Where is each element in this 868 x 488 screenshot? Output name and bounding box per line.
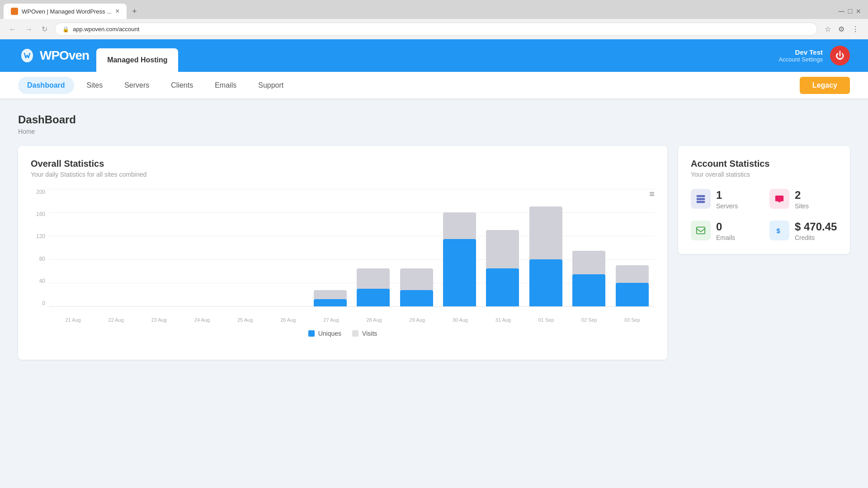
tab-bar: WPOven | Managed WordPress ... × + ─ □ × [0,0,868,19]
active-tab[interactable]: WPOven | Managed WordPress ... × [4,4,127,19]
tab-title: WPOven | Managed WordPress ... [22,8,112,15]
account-statistics-card: Account Statistics Your overall statisti… [678,146,850,254]
visits-dot [352,330,359,337]
logo-text: WPOven [40,48,89,63]
bar-group [439,189,480,306]
x-label: 01 Sep [526,315,567,323]
overall-stats-subtitle: Your daily Statistics for all sites comb… [31,171,655,178]
x-label: 26 Aug [268,315,309,323]
chart-wrapper: 200 160 120 80 40 0 [31,189,655,315]
y-label-80: 80 [31,256,45,262]
managed-hosting-tab[interactable]: Managed Hosting [96,48,178,72]
bar-group [525,189,566,306]
breadcrumb: Home [18,128,850,135]
y-label-120: 120 [31,233,45,239]
managed-hosting-label: Managed Hosting [107,56,167,64]
page-title: DashBoard [18,113,850,126]
stat-grid: 1 Servers 2 Sites [691,189,837,241]
extensions-button[interactable]: ⚙ [836,23,846,35]
browser-controls: ← → ↻ 🔒 app.wpoven.com/account ☆ ⚙ ⋮ [0,19,868,39]
more-button[interactable]: ⋮ [850,23,861,35]
nav-item-sites[interactable]: Sites [78,77,112,94]
sites-count: 2 [795,189,809,202]
nav-items: Dashboard Sites Servers Clients Emails S… [18,77,800,94]
bar-group [94,189,135,306]
bars-area [49,189,655,315]
nav-item-support[interactable]: Support [249,77,292,94]
bar-group [266,189,307,306]
servers-label: Servers [716,202,738,210]
tab-favicon [11,8,18,15]
power-button[interactable]: ⏻ [830,46,850,66]
emails-stat-info: 0 Emails [716,221,735,241]
bar-uniques [486,268,519,307]
logo-area: WPOven [18,47,89,65]
emails-label: Emails [716,234,735,241]
visits-label: Visits [362,330,377,337]
bar-uniques [572,274,605,307]
x-label: 25 Aug [225,315,266,323]
uniques-dot [308,330,315,337]
chart-area: ≡ 200 160 120 80 40 0 [31,189,655,347]
chart-legend: Uniques Visits [31,330,655,337]
y-label-200: 200 [31,189,45,195]
main-content: DashBoard Home Overall Statistics Your d… [0,99,868,374]
emails-stat: 0 Emails [691,221,759,241]
x-label: 28 Aug [354,315,395,323]
svg-rect-3 [775,196,783,202]
address-bar[interactable]: 🔒 app.wpoven.com/account [55,23,817,36]
bar-group [180,189,221,306]
page-title-area: DashBoard Home [18,113,850,135]
legacy-button[interactable]: Legacy [800,77,850,94]
x-label: 30 Aug [439,315,481,323]
account-settings-link[interactable]: Account Settings [778,56,823,63]
bar-uniques [529,259,562,306]
svg-rect-4 [697,227,705,234]
browser-actions: ☆ ⚙ ⋮ [823,23,861,35]
bar-uniques [616,283,649,306]
nav-item-clients[interactable]: Clients [162,77,202,94]
header-right: Dev Test Account Settings ⏻ [778,46,850,66]
x-label: 02 Sep [569,315,610,323]
bar-group [568,189,609,306]
maximize-button[interactable]: □ [848,7,853,15]
servers-count: 1 [716,189,738,202]
legend-visits: Visits [352,330,377,337]
bar-group [223,189,264,306]
bookmark-button[interactable]: ☆ [823,23,833,35]
y-axis: 200 160 120 80 40 0 [31,189,49,315]
servers-stat-info: 1 Servers [716,189,738,210]
left-column: Overall Statistics Your daily Statistics… [18,146,667,360]
nav-item-dashboard[interactable]: Dashboard [18,77,74,94]
x-label: 29 Aug [396,315,438,323]
credits-label: Credits [795,234,837,241]
reload-button[interactable]: ↻ [40,23,49,35]
x-label: 27 Aug [311,315,352,323]
bar-uniques [314,299,347,306]
emails-icon [691,221,711,240]
bar-uniques [400,290,433,306]
minimize-button[interactable]: ─ [839,7,844,16]
bar-group [353,189,394,306]
forward-button[interactable]: → [24,23,34,35]
y-label-160: 160 [31,211,45,217]
bar-group [482,189,523,306]
bar-group [51,189,92,306]
legend-uniques: Uniques [308,330,341,337]
right-column: Account Statistics Your overall statisti… [678,146,850,360]
close-button[interactable]: × [856,7,861,16]
y-label-0: 0 [31,300,45,306]
app-navigation: Dashboard Sites Servers Clients Emails S… [0,72,868,99]
bar-group [396,189,437,306]
new-tab-button[interactable]: + [128,5,141,18]
back-button[interactable]: ← [7,23,18,35]
account-name: Dev Test [778,48,823,56]
x-label: 24 Aug [181,315,222,323]
account-stats-subtitle: Your overall statistics [691,171,837,178]
nav-item-servers[interactable]: Servers [115,77,158,94]
url-text: app.wpoven.com/account [73,26,139,33]
bar-group [611,189,652,306]
bar-group [310,189,351,306]
nav-item-emails[interactable]: Emails [206,77,245,94]
tab-close-button[interactable]: × [115,7,119,15]
